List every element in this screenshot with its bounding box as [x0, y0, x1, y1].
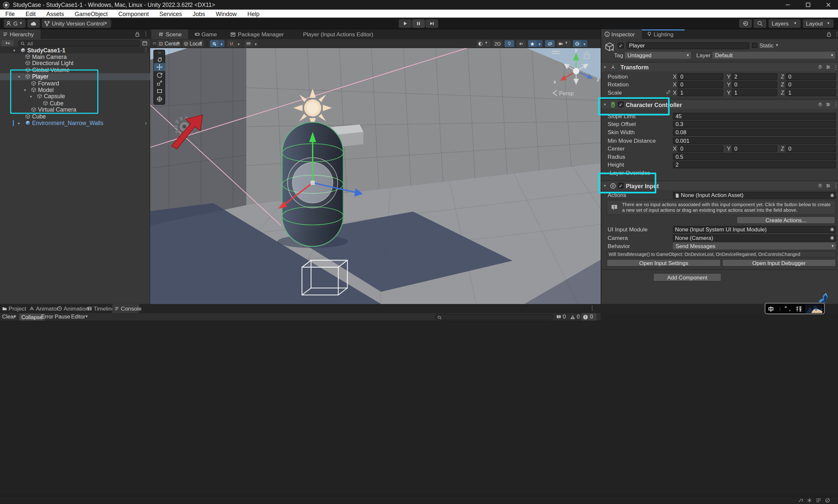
console-search-input[interactable] [434, 314, 553, 320]
kebab-menu-icon[interactable]: ⋮ [834, 32, 838, 37]
object-picker-icon[interactable]: ◉ [830, 227, 834, 233]
preset-icon[interactable] [825, 64, 831, 70]
gizmos-toggle[interactable] [573, 40, 581, 47]
account-button[interactable]: G ▾ [4, 19, 25, 28]
layers-dropdown[interactable]: Layers ▾ [769, 19, 801, 28]
foldout-open-icon[interactable]: ▾ [604, 103, 606, 107]
snap-toggle[interactable] [227, 40, 236, 47]
foldout-closed-icon[interactable]: ▸ [604, 171, 606, 175]
step-button[interactable] [426, 19, 438, 28]
object-picker-icon[interactable]: ◉ [830, 235, 834, 241]
open-input-settings-button[interactable]: Open Input Settings [607, 259, 721, 267]
maximize-button[interactable] [798, 0, 818, 10]
menu-jobs[interactable]: Jobs [187, 11, 211, 17]
skin-width-field[interactable]: 0.08 [673, 129, 836, 136]
center-x-field[interactable]: 0 [678, 145, 723, 152]
ime-chinese-mode-icon[interactable] [767, 305, 774, 312]
gameobject-icon-dropdown[interactable]: ▾ [612, 48, 614, 52]
play-button[interactable] [399, 19, 411, 28]
scene-effects-toggle[interactable] [528, 40, 536, 47]
ime-keyboard-icon[interactable] [795, 305, 803, 312]
object-picker-icon[interactable]: ◉ [830, 192, 834, 198]
scene-canvas[interactable]: y x z Persp [150, 48, 601, 304]
tab-hierarchy[interactable]: Hierarchy [0, 30, 40, 39]
increment-snap-toggle[interactable] [244, 40, 253, 47]
scale-tool-button[interactable] [154, 79, 165, 87]
hierarchy-search-input[interactable]: All [18, 40, 141, 46]
foldout-open-icon[interactable]: ▾ [24, 87, 26, 94]
menu-services[interactable]: Services [154, 11, 188, 17]
help-icon[interactable] [817, 101, 823, 107]
height-field[interactable]: 2 [673, 161, 836, 168]
scene-audio-toggle[interactable] [516, 40, 526, 47]
cloud-button[interactable] [27, 19, 40, 28]
hierarchy-item-model[interactable]: ▾ Model [0, 86, 150, 93]
hierarchy-item-forward[interactable]: Forward [0, 80, 150, 86]
position-y-field[interactable]: 2 [732, 73, 777, 80]
hierarchy-item-virtual-camera[interactable]: Virtual Camera [0, 106, 150, 113]
tab-lighting[interactable]: Lighting [644, 30, 681, 39]
draw-mode-dropdown[interactable]: ▾ [477, 40, 491, 47]
hierarchy-item-capsule[interactable]: ▾ Capsule [0, 93, 150, 100]
clear-button[interactable]: Clear [2, 313, 15, 320]
gizmos-dropdown[interactable]: ▾ [581, 40, 587, 47]
hierarchy-item-environment-prefab[interactable]: ▸ Environment_Narrow_Walls › [0, 120, 150, 126]
open-input-debugger-button[interactable]: Open Input Debugger [722, 259, 836, 267]
rotate-tool-button[interactable] [154, 71, 165, 79]
view-tool-button[interactable] [154, 55, 165, 63]
tab-animator[interactable]: Animator [28, 304, 52, 313]
scene-row[interactable]: ▾ StudyCase1-1 ⋮ [0, 47, 150, 53]
scene-camera-dropdown[interactable]: ▾ [557, 40, 571, 47]
ime-punctuation[interactable]: °， [785, 305, 793, 312]
tag-dropdown[interactable]: Untagged ▾ [625, 52, 691, 58]
hierarchy-item-directional-light[interactable]: Directional Light [0, 60, 150, 67]
minimize-button[interactable] [778, 0, 798, 10]
lock-icon[interactable] [134, 31, 141, 38]
tab-scene[interactable]: Scene [151, 30, 188, 39]
player-input-header[interactable]: ▾ ✓ Player Input ⋮ [601, 181, 838, 190]
grid-snap-dropdown[interactable]: ▾ [219, 40, 225, 47]
status-mode-icon[interactable] [824, 498, 831, 503]
status-grid-icon[interactable] [816, 498, 821, 503]
center-y-field[interactable]: 0 [732, 145, 777, 152]
create-add-button[interactable]: +▾ [2, 40, 14, 46]
hidden-objects-toggle[interactable] [545, 40, 554, 47]
menu-help[interactable]: Help [242, 11, 265, 17]
position-z-field[interactable]: 0 [786, 73, 836, 80]
menu-assets[interactable]: Assets [41, 11, 69, 17]
toolbar-grip-icon[interactable] [152, 40, 157, 46]
kebab-menu-icon[interactable]: ⋮ [143, 48, 149, 53]
tab-inspector[interactable]: Inspector [601, 30, 642, 39]
warning-count-icon[interactable] [570, 314, 575, 320]
hierarchy-item-global-volume[interactable]: Global Volume [0, 67, 150, 73]
gameobject-active-checkbox[interactable]: ✓ [618, 43, 624, 49]
scale-z-field[interactable]: 1 [786, 89, 836, 96]
player-input-enabled-checkbox[interactable]: ✓ [618, 183, 624, 188]
menu-window[interactable]: Window [211, 11, 242, 17]
transform-tool-button[interactable] [154, 95, 165, 103]
ime-fullwidth-icon[interactable] [776, 305, 783, 312]
editor-dropdown[interactable]: Editor [71, 313, 85, 320]
kebab-menu-icon[interactable]: ⋮ [590, 306, 595, 311]
tab-game[interactable]: Game [192, 30, 221, 39]
log-count-icon[interactable] [556, 314, 562, 320]
snap-dropdown[interactable]: ▾ [236, 40, 242, 47]
hierarchy-item-cube[interactable]: Cube [0, 113, 150, 120]
tab-input-actions-editor[interactable]: Player (Input Actions Editor) [301, 30, 384, 39]
position-x-field[interactable]: 0 [678, 73, 723, 80]
layout-dropdown[interactable]: Layout ▾ [803, 19, 834, 28]
kebab-menu-icon[interactable]: ⋮ [833, 183, 838, 188]
search-button[interactable] [753, 19, 766, 28]
layer-dropdown[interactable]: Default ▾ [712, 52, 835, 58]
pause-button[interactable] [412, 19, 425, 28]
prefab-open-arrow[interactable]: › [145, 120, 147, 126]
tab-console[interactable]: Console [112, 304, 139, 313]
clear-dropdown[interactable]: ▾ [14, 314, 16, 319]
foldout-open-icon[interactable]: ▾ [14, 48, 15, 54]
static-checkbox[interactable] [752, 43, 757, 48]
character-controller-enabled-checkbox[interactable]: ✓ [618, 102, 624, 107]
min-move-distance-field[interactable]: 0.001 [673, 137, 836, 144]
radius-field[interactable]: 0.5 [673, 154, 836, 160]
tab-animation[interactable]: Animation [56, 304, 81, 313]
create-actions-button[interactable]: Create Actions... [736, 216, 835, 224]
